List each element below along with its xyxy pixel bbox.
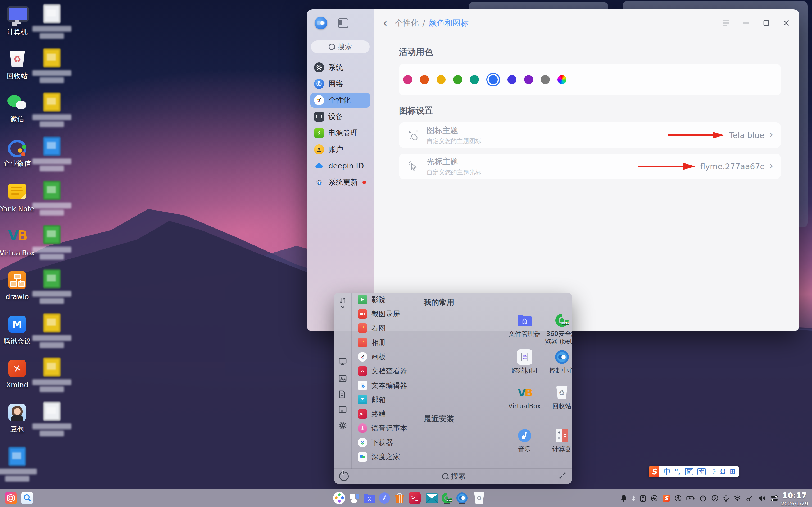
dock-grand-search[interactable] (21, 492, 33, 504)
sidebar-collapse-icon[interactable] (338, 18, 348, 28)
launcher-list-item-album[interactable]: 相册 (352, 335, 419, 350)
notification-bell-icon[interactable] (620, 495, 627, 502)
dock-launcher[interactable] (333, 492, 345, 504)
dock-file-manager[interactable] (363, 492, 375, 504)
ime-symbols-icon[interactable]: Ω (720, 468, 725, 475)
launcher-list-item-terminal[interactable]: >_终端 (352, 407, 419, 421)
ime-toolbox-icon[interactable]: ⊞ (730, 468, 736, 475)
color-swatch-custom-rainbow[interactable] (557, 75, 566, 84)
desktop-icon-blurred[interactable] (0, 447, 40, 482)
icon-theme-row[interactable]: 图标主题 自定义您的主题图标 Tela blue › (399, 122, 781, 148)
power-tray-icon[interactable] (699, 495, 707, 502)
usb-icon[interactable] (723, 495, 729, 502)
launcher-list-item-image-viewer[interactable]: 看图 (352, 321, 419, 335)
close-button[interactable] (782, 19, 790, 27)
ime-simplified[interactable]: 简 (685, 468, 693, 475)
dock-mail[interactable] (426, 492, 438, 504)
color-swatch-gray[interactable] (541, 75, 550, 84)
dock-app-store[interactable] (393, 492, 405, 504)
key-icon[interactable] (746, 495, 753, 502)
launcher-list-item-document-viewer[interactable]: 文档查看器 (352, 364, 419, 378)
onboard-icon[interactable] (711, 495, 719, 502)
desktop-file-blurred[interactable] (30, 402, 74, 436)
desktop-file-blurred[interactable] (30, 4, 74, 39)
system-monitor-icon[interactable] (651, 495, 658, 502)
cursor-theme-row[interactable]: 光标主题 自定义您的主题光标 flyme.277aa67c › (399, 154, 781, 179)
desktop-file-blurred[interactable] (30, 357, 74, 392)
color-swatch-blue-selected[interactable] (489, 75, 498, 84)
category-display-icon[interactable] (338, 357, 347, 366)
sidebar-item-devices[interactable]: 设备 (310, 109, 370, 124)
launcher-list-item-text-editor[interactable]: 文本编辑器 (352, 378, 419, 392)
desktop-file-blurred[interactable] (30, 314, 74, 348)
grid-app-360-browser[interactable]: BETA 360安全浏览器 (beta) (543, 313, 572, 345)
launcher-list-item-voice-notes[interactable]: 语音记事本 (352, 421, 419, 435)
clipboard-icon[interactable] (640, 495, 646, 502)
dock-multitasking[interactable] (348, 492, 360, 504)
launcher-search-input[interactable]: 搜索 (442, 471, 466, 481)
shutdown-icon[interactable] (339, 471, 349, 481)
grid-app-control-center[interactable]: 控制中心 (543, 349, 572, 375)
menu-button[interactable] (722, 19, 730, 27)
sidebar-item-deepin-id[interactable]: deepin ID (310, 158, 370, 173)
dock-browser[interactable] (378, 492, 390, 504)
ime-mode-chinese[interactable]: 中 (663, 468, 670, 475)
battery-icon[interactable] (686, 496, 695, 501)
category-graphics-icon[interactable] (338, 375, 347, 383)
grid-app-virtualbox[interactable]: VB VirtualBox (506, 385, 543, 410)
bluetooth-circle-icon[interactable] (674, 495, 682, 502)
category-system-icon[interactable] (338, 421, 347, 430)
dock-terminal[interactable]: >_ (409, 492, 421, 504)
sidebar-item-power[interactable]: 电源管理 (310, 126, 370, 140)
desktop-file-blurred[interactable] (30, 93, 74, 127)
color-swatch-purple[interactable] (524, 75, 533, 84)
ime-toolbar[interactable]: S 中 °, 简 拼 ☽ Ω ⊞ (649, 466, 739, 477)
dock-360-browser[interactable]: BETA (441, 492, 453, 504)
launcher-list-item-deepin-home[interactable]: 深度之家 (352, 450, 419, 464)
back-button[interactable]: ‹ (383, 17, 388, 29)
color-swatch-yellow[interactable] (437, 75, 445, 84)
ime-punctuation[interactable]: °, (675, 468, 681, 475)
maximize-button[interactable] (762, 19, 770, 27)
launcher-list-item-draw[interactable]: 画板 (352, 350, 419, 364)
dock-control-center[interactable] (456, 492, 468, 504)
grid-app-trash[interactable]: ♻ 回收站 (543, 385, 572, 410)
settings-search-input[interactable]: 搜索 (311, 41, 370, 53)
grid-app-cross-device[interactable]: 跨端协同 (506, 349, 543, 375)
launcher-list-item-downloader[interactable]: 下载器 (352, 435, 419, 450)
color-swatch-pink[interactable] (403, 75, 412, 84)
desktop-file-blurred[interactable] (30, 181, 74, 216)
desktop-file-blurred[interactable] (30, 269, 74, 304)
minimize-button[interactable] (742, 19, 750, 27)
color-swatch-teal[interactable] (470, 75, 479, 84)
category-documents-icon[interactable] (338, 390, 347, 399)
desktop-file-blurred[interactable] (30, 137, 74, 171)
sidebar-item-personalization[interactable]: 个性化 (310, 93, 370, 108)
grid-app-calculator[interactable]: 计算器 (543, 428, 572, 453)
toggles-icon[interactable] (770, 495, 778, 502)
sidebar-item-system[interactable]: 系统 (310, 60, 370, 75)
ime-night-mode-icon[interactable]: ☽ (710, 468, 716, 475)
dock-launcher-gradient[interactable] (5, 492, 17, 504)
dock-trash[interactable]: ♻ (473, 492, 485, 504)
taskbar-clock[interactable]: 10:17 2026/1/29 (779, 491, 810, 507)
launcher-list-item-mail[interactable]: 邮箱 (352, 392, 419, 407)
launcher-list-item-screenshot[interactable]: 截图录屏 (352, 307, 419, 321)
wifi-icon[interactable] (734, 495, 741, 501)
sidebar-item-updates[interactable]: 系统更新 (310, 175, 370, 190)
launcher-list-item-movie[interactable]: 影院 (352, 292, 419, 307)
desktop-file-blurred[interactable] (30, 48, 74, 83)
grid-app-music[interactable]: 音乐 (506, 428, 543, 453)
color-swatch-orange[interactable] (420, 75, 429, 84)
desktop-file-blurred[interactable] (30, 225, 74, 260)
breadcrumb-parent[interactable]: 个性化 (395, 18, 419, 29)
color-swatch-indigo[interactable] (507, 75, 517, 84)
sort-order-icon[interactable] (338, 297, 347, 305)
category-terminal-icon[interactable] (338, 406, 347, 414)
volume-icon[interactable] (758, 495, 766, 502)
sidebar-item-accounts[interactable]: 账户 (310, 142, 370, 157)
fullscreen-expand-icon[interactable] (559, 472, 566, 481)
sidebar-item-network[interactable]: 网络 (310, 76, 370, 91)
color-swatch-green[interactable] (453, 75, 462, 84)
ime-pinyin[interactable]: 拼 (697, 468, 706, 475)
